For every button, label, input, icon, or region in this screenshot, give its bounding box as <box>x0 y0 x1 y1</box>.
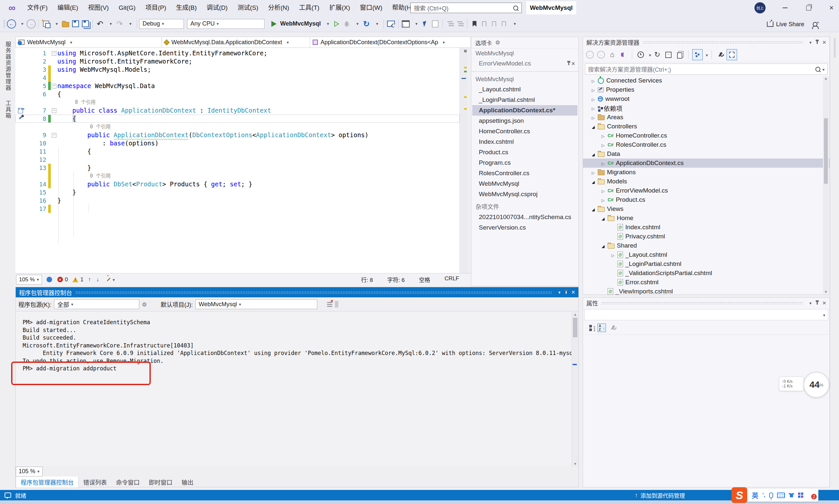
chevron-collapsed-icon[interactable] <box>601 187 605 194</box>
tree-item-views[interactable]: Views <box>583 204 829 214</box>
forward-button[interactable]: → <box>596 50 606 60</box>
panel-menu-icon[interactable] <box>558 290 561 295</box>
restore-button[interactable] <box>801 0 816 16</box>
chevron-expanded-icon[interactable] <box>591 205 595 213</box>
tab-card-item[interactable]: Program.cs <box>471 158 578 168</box>
tree-item-product-cs[interactable]: C#Product.cs <box>583 195 829 204</box>
inheritance-margin-icon[interactable]: I O <box>18 108 23 113</box>
window-home-dropdown[interactable] <box>411 18 420 30</box>
solution-platform-combo[interactable]: Any CPU <box>187 19 264 29</box>
code-cleanup-icon[interactable] <box>107 278 110 281</box>
skin-icon[interactable] <box>789 493 794 498</box>
new-project-button[interactable] <box>41 18 51 30</box>
tree-item-models[interactable]: Models <box>583 177 829 186</box>
tab-card-item[interactable]: Index.cshtml <box>471 137 578 147</box>
codelens-references[interactable]: 0 个引用 <box>57 172 111 180</box>
tool-window-tab[interactable]: 命令窗口 <box>111 476 144 488</box>
menu-item[interactable]: 工具(T) <box>294 0 324 16</box>
tree-item-_viewimports-cshtml[interactable]: @_ViewImports.cshtml <box>583 287 829 295</box>
live-share-button[interactable]: Live Share <box>767 21 804 28</box>
quick-actions-icon[interactable] <box>19 115 23 120</box>
chevron-collapsed-icon[interactable] <box>601 141 605 148</box>
tab-card-item[interactable]: RolesController.cs <box>471 168 578 179</box>
package-source-settings-icon[interactable] <box>142 300 147 308</box>
redo-dropdown[interactable] <box>125 18 134 30</box>
performance-float-ball[interactable]: 44 % <box>804 372 829 398</box>
code-editor[interactable]: 1−using Microsoft.AspNetCore.Identity.En… <box>15 48 459 273</box>
sync-with-active-document-button[interactable] <box>692 49 703 60</box>
close-panel-icon[interactable] <box>822 299 826 307</box>
project-dropdown[interactable]: WebMvcMysql <box>16 37 162 48</box>
chevron-collapsed-icon[interactable] <box>591 169 595 176</box>
warning-count[interactable]: 1 <box>80 276 83 283</box>
chevron-collapsed-icon[interactable] <box>591 86 595 93</box>
show-all-files-button[interactable] <box>727 49 737 60</box>
fold-toggle[interactable]: − <box>52 51 56 56</box>
navigate-back-button[interactable]: ← <box>7 18 16 30</box>
menu-item[interactable]: 生成(B) <box>171 0 202 16</box>
ime-punctuation-icon[interactable]: ’, <box>762 492 765 498</box>
menu-item[interactable]: 视图(V) <box>83 0 114 16</box>
prev-issue-icon[interactable]: ↑ <box>88 276 91 283</box>
tool-window-tab[interactable]: 错误列表 <box>78 476 111 488</box>
find-in-code-button[interactable] <box>386 18 396 30</box>
previous-bookmark-button[interactable] <box>480 18 489 30</box>
start-debugging-button[interactable] <box>269 18 279 30</box>
hot-reload-button[interactable] <box>342 18 351 30</box>
member-dropdown[interactable]: ApplicationDbContext(DbContextOptions<Ap <box>310 37 459 48</box>
menu-item[interactable]: 编辑(E) <box>52 0 83 16</box>
scroll-thumb[interactable] <box>824 118 828 184</box>
tree-item-controllers[interactable]: Controllers <box>583 122 829 131</box>
fold-toggle[interactable]: − <box>52 108 56 113</box>
solution-configuration-combo[interactable]: Debug <box>139 19 184 29</box>
chevron-collapsed-icon[interactable] <box>601 160 605 167</box>
tree-item-rolescontroller-cs[interactable]: C#RolesController.cs <box>583 140 829 149</box>
line-indicator[interactable]: 行: 8 <box>361 275 373 284</box>
tree-item-_layout-cshtml[interactable]: @_Layout.cshtml <box>583 250 829 259</box>
navigate-forward-button[interactable]: → <box>27 18 36 30</box>
refresh-button[interactable] <box>652 50 662 60</box>
codelens-row[interactable]: 8 个引用 <box>15 98 459 106</box>
chevron-expanded-icon[interactable] <box>601 215 605 222</box>
new-project-dropdown[interactable] <box>51 18 60 30</box>
tree-item-shared[interactable]: Shared <box>583 241 829 250</box>
clear-bookmarks-button[interactable] <box>500 18 509 30</box>
sogou-logo-icon[interactable]: S <box>732 487 747 503</box>
autohide-tab-left[interactable]: 服务器资源管理器 <box>4 41 12 91</box>
editor-scrollbar[interactable] <box>459 48 467 273</box>
quick-search-box[interactable]: 搜索 (Ctrl+Q) <box>410 3 522 13</box>
solution-explorer-home-button[interactable] <box>401 18 410 30</box>
navigate-back-dropdown[interactable] <box>17 18 26 30</box>
close-panel-icon[interactable] <box>822 39 826 46</box>
codelens-references[interactable]: 0 个引用 <box>57 123 111 131</box>
chevron-expanded-icon[interactable] <box>591 123 595 130</box>
tree-item-errorviewmodel-cs[interactable]: C#ErrorViewModel.cs <box>583 186 829 195</box>
increase-indent-button[interactable] <box>455 18 465 30</box>
hot-reload-dropdown[interactable] <box>352 18 361 30</box>
chevron-collapsed-icon[interactable] <box>591 95 595 103</box>
chevron-collapsed-icon[interactable] <box>591 105 595 112</box>
tree-item-error-cshtml[interactable]: @Error.cshtml <box>583 278 829 287</box>
alphabetical-sort-button[interactable]: AZ <box>597 324 606 332</box>
collapse-all-button[interactable]: − <box>664 50 674 60</box>
pin-icon[interactable] <box>566 291 567 294</box>
properties-button[interactable] <box>675 50 685 60</box>
tree-item-home[interactable]: Home <box>583 214 829 223</box>
console-header[interactable]: 程序包管理器控制台 × <box>16 287 578 298</box>
editor-zoom-combo[interactable]: 105 % <box>16 275 42 285</box>
chevron-collapsed-icon[interactable] <box>601 196 605 203</box>
menu-item[interactable]: 调试(D) <box>202 0 232 16</box>
menu-item[interactable]: 扩展(X) <box>325 0 355 16</box>
tab-card-item[interactable]: 2022101007034...ntitySchema.cs <box>471 212 578 222</box>
tab-card-item[interactable]: WebMvcMysql <box>471 179 578 189</box>
notification-bell[interactable]: 2 <box>807 491 815 499</box>
run-target-dropdown[interactable] <box>322 18 332 30</box>
tab-card-item[interactable]: ErrorViewModel.cs <box>471 58 578 69</box>
restart-app-button[interactable] <box>362 18 371 30</box>
chevron-expanded-icon[interactable] <box>601 242 605 249</box>
tab-card-item[interactable]: ServerVersion.cs <box>471 222 578 233</box>
tool-window-tab[interactable]: 程序包管理器控制台 <box>16 476 78 488</box>
chevron-expanded-icon[interactable] <box>591 178 595 185</box>
tab-card-item[interactable]: HomeController.cs <box>471 126 578 137</box>
tab-card-item[interactable]: _LoginPartial.cshtml <box>471 95 578 105</box>
